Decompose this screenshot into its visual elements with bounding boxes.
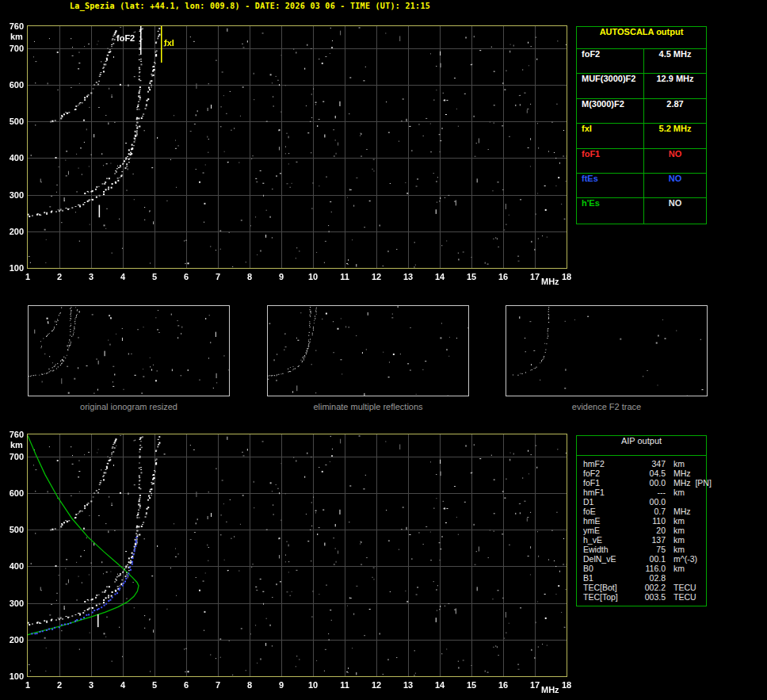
aip-parameter-value: 00.1 — [632, 554, 666, 564]
autoscala-output-table: AUTOSCALA output foF24.5 MHzMUF(3000)F21… — [576, 26, 707, 224]
foF2-marker-label: foF2 — [116, 33, 135, 43]
autoscala-parameter-label: foF2 — [577, 49, 643, 73]
aip-parameter-value: --- — [632, 488, 666, 497]
aip-parameter-value: 137 — [632, 535, 666, 545]
autoscala-row: ftEsNO — [577, 174, 706, 198]
x-axis-tick-label: 5 — [152, 272, 157, 281]
y-axis-tick-label: 760 — [2, 21, 24, 31]
x-axis-tick-label: 15 — [467, 680, 476, 690]
aip-parameter-label: B0 — [583, 564, 632, 573]
autoscala-parameter-value: 4.5 MHz — [643, 49, 706, 73]
aip-row: B102.8 — [577, 573, 706, 583]
aip-row: ymE20km — [577, 526, 706, 535]
aip-row: TEC[Bot]002.2TECU — [577, 583, 706, 592]
aip-parameter-label: hmF1 — [583, 488, 632, 497]
y-axis-tick-label: 760 — [2, 430, 24, 439]
aip-row: foF204.5MHz — [577, 469, 706, 478]
aip-parameter-unit — [666, 573, 703, 583]
aip-parameter-label: foF1 — [583, 478, 632, 488]
aip-parameter-label: hmE — [583, 516, 632, 526]
x-axis-tick-label: 10 — [308, 272, 318, 281]
autoscala-row: foF24.5 MHz — [577, 49, 706, 74]
aip-parameter-value: 00.0 — [632, 478, 666, 488]
aip-parameter-unit — [666, 497, 703, 507]
x-axis-tick-label: 5 — [152, 680, 157, 690]
aip-parameter-value: 116.0 — [632, 564, 666, 573]
y-axis-tick-label: 300 — [2, 190, 24, 200]
x-axis-tick-label: 3 — [89, 680, 93, 690]
aip-parameter-unit: km — [666, 564, 703, 573]
thumbnail-eliminate-canvas — [268, 306, 468, 396]
x-axis-tick-label: 18 — [562, 272, 571, 281]
y-axis-tick-label: 200 — [2, 227, 24, 236]
aip-row: foF100.0MHz [PN] — [577, 478, 706, 488]
aip-parameter-unit: MHz — [666, 469, 703, 478]
x-axis-tick-label: 13 — [403, 272, 413, 281]
x-axis-tick-label: 7 — [216, 272, 220, 281]
aip-parameter-value: 110 — [632, 516, 666, 526]
aip-row: foE0.7MHz — [577, 507, 706, 516]
top-ionogram-plot: foF2 fxI — [27, 25, 567, 269]
autoscala-parameter-label: MUF(3000)F2 — [577, 74, 643, 98]
y-axis-tick-label: 300 — [2, 599, 24, 608]
y-axis-tick-label: 500 — [2, 525, 24, 534]
autoscala-parameter-value: 5.2 MHz — [643, 124, 706, 147]
autoscala-parameter-value: NO — [643, 174, 706, 197]
aip-parameter-label: DelN_vE — [583, 554, 632, 564]
x-axis-tick-label: 15 — [467, 272, 476, 281]
aip-parameter-value: 75 — [632, 545, 666, 554]
aip-row: D100.0 — [577, 497, 706, 507]
aip-parameter-value: 347 — [632, 459, 666, 469]
aip-parameter-label: B1 — [583, 573, 632, 583]
aip-parameter-unit: MHz [PN] — [666, 478, 712, 488]
thumbnail-evidence-f2 — [506, 305, 708, 396]
aip-parameter-label: ymE — [583, 526, 632, 535]
fxI-marker-label: fxI — [164, 38, 174, 48]
y-axis-unit-label: km — [10, 32, 23, 41]
x-axis-tick-label: 16 — [498, 680, 508, 690]
x-axis-tick-label: 12 — [372, 272, 381, 281]
y-axis-tick-label: 700 — [2, 452, 24, 461]
x-axis-tick-label: 14 — [435, 680, 445, 690]
autoscala-row: fxI5.2 MHz — [577, 124, 706, 148]
y-axis-tick-label: 100 — [2, 263, 24, 273]
x-axis-unit-label: MHz — [541, 685, 559, 694]
x-axis-tick-label: 9 — [279, 272, 284, 281]
autoscala-parameter-label: fxI — [577, 124, 643, 147]
aip-parameter-value: 02.8 — [632, 573, 666, 583]
x-axis-tick-label: 17 — [530, 680, 540, 690]
autoscala-row: foF1NO — [577, 149, 706, 174]
bottom-ionogram-canvas — [28, 434, 567, 676]
x-axis-tick-label: 4 — [120, 272, 125, 281]
x-axis-tick-label: 1 — [25, 680, 30, 690]
x-axis-tick-label: 6 — [184, 680, 189, 690]
aip-parameter-label: Ewidth — [583, 545, 632, 554]
autoscala-parameter-value: 12.9 MHz — [643, 74, 706, 98]
x-axis-tick-label: 3 — [89, 272, 93, 281]
aip-parameter-label: foE — [583, 507, 632, 516]
aip-row: hmF2347km — [577, 459, 706, 469]
aip-parameter-label: hmF2 — [583, 459, 632, 469]
x-axis-tick-label: 17 — [530, 272, 540, 281]
x-axis-tick-label: 2 — [57, 272, 62, 281]
bottom-ionogram-plot — [27, 434, 567, 677]
aip-row: B0116.0km — [577, 564, 706, 573]
x-axis-tick-label: 8 — [247, 680, 252, 690]
aip-parameter-label: D1 — [583, 497, 632, 507]
aip-parameter-value: 00.0 — [632, 497, 666, 507]
thumbnail-original-canvas — [29, 306, 229, 396]
autoscala-row: M(3000)F22.87 — [577, 99, 706, 124]
autoscala-table-header: AUTOSCALA output — [577, 27, 706, 49]
aip-parameter-unit: km — [666, 516, 703, 526]
x-axis-tick-label: 14 — [435, 272, 445, 281]
aip-parameter-value: 20 — [632, 526, 666, 535]
autoscala-table-body: foF24.5 MHzMUF(3000)F212.9 MHzM(3000)F22… — [577, 49, 706, 224]
y-axis-tick-label: 600 — [2, 80, 24, 90]
aip-parameter-unit: TECU — [666, 583, 703, 592]
aip-parameter-unit: km — [666, 488, 703, 497]
thumbnail-eliminate-reflections — [267, 305, 469, 396]
y-axis-tick-label: 400 — [2, 153, 24, 163]
y-axis-tick-label: 100 — [2, 671, 24, 681]
x-axis-tick-label: 6 — [184, 272, 189, 281]
page-title: La_Spezia (lat: +44.1, lon: 009.8) - DAT… — [70, 2, 430, 10]
